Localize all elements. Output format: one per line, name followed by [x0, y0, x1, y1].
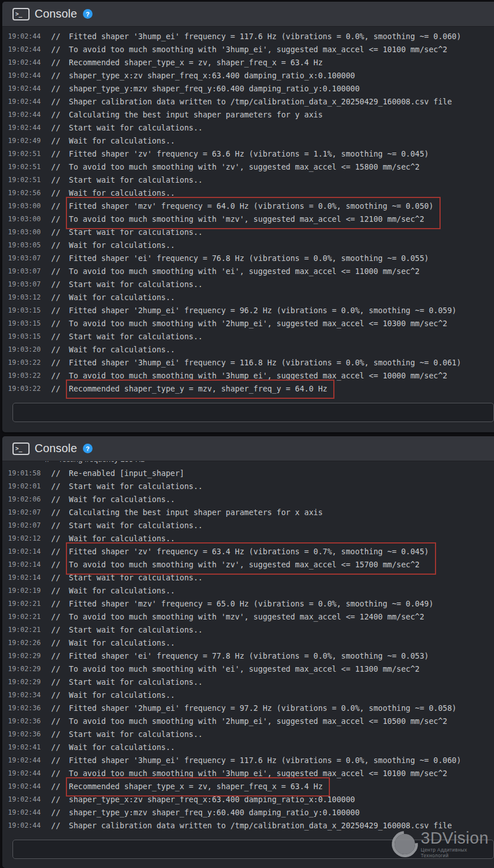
comment-prefix: //	[51, 702, 60, 715]
clipped-log-row: 19:01:57 // Testing frequency 133 Hz	[2, 461, 494, 466]
console-card-1: >_ Console ? 19:02:44//Fitted shaper '3h…	[2, 2, 494, 432]
log-message: To avoid too much smoothing with 'zv', s…	[69, 558, 420, 571]
log-message: Start wait for calculations..	[69, 121, 203, 134]
log-time: 19:02:29	[8, 676, 41, 689]
log-time: 19:02:51	[8, 174, 41, 187]
log-message: Recommended shaper_type_x = zv, shaper_f…	[69, 56, 323, 69]
log-time: 19:02:21	[8, 610, 41, 623]
console-title: Console	[35, 442, 77, 455]
log-time: 19:03:05	[8, 239, 41, 252]
comment-prefix: //	[51, 213, 60, 226]
log-message: Fitted shaper '3hump_ei' frequency = 117…	[69, 30, 461, 43]
comment-prefix: //	[51, 161, 60, 174]
comment-prefix: //	[51, 121, 60, 134]
log-message: Calculating the best input shaper parame…	[69, 506, 323, 519]
log-time: 19:03:22	[8, 382, 41, 395]
comment-prefix: //	[51, 728, 60, 741]
comment-prefix: //	[51, 545, 60, 558]
log-row: 19:02:56//Wait for calculations..	[8, 187, 494, 200]
log-time: 19:03:00	[8, 200, 41, 213]
comment-prefix: //	[51, 689, 60, 702]
log-time: 19:02:44	[8, 767, 41, 780]
comment-prefix: //	[51, 252, 60, 265]
comment-prefix: //	[51, 343, 60, 356]
log-row: 19:03:15//To avoid too much smoothing wi…	[8, 317, 494, 330]
log-message: Wait for calculations..	[69, 532, 175, 545]
log-row: 19:02:34//Wait for calculations..	[8, 689, 494, 702]
log-row: 19:02:14//Start wait for calculations..	[8, 571, 494, 584]
log-message: Fitted shaper '3hump_ei' frequency = 116…	[69, 356, 461, 369]
log-time: 19:02:36	[8, 715, 41, 728]
terminal-icon: >_	[12, 443, 30, 455]
comment-prefix: //	[51, 108, 60, 121]
log-message: Shaper calibration data written to /tmp/…	[69, 95, 452, 108]
log-time: 19:02:01	[8, 480, 41, 493]
comment-prefix: //	[51, 754, 60, 767]
log-row: 19:02:06//Wait for calculations..	[8, 493, 494, 506]
comment-prefix: //	[51, 637, 60, 650]
log-row: 19:02:44//Fitted shaper '3hump_ei' frequ…	[8, 754, 494, 767]
log-message: Start wait for calculations..	[69, 174, 203, 187]
log-message: Start wait for calculations..	[69, 330, 203, 343]
log-time: 19:03:22	[8, 356, 41, 369]
comment-prefix: //	[51, 650, 60, 663]
comment-prefix: //	[51, 571, 60, 584]
watermark-brand: 3DVision	[421, 829, 494, 846]
log-row: 19:02:26//Wait for calculations..	[8, 637, 494, 650]
comment-prefix: //	[51, 467, 60, 480]
help-icon[interactable]: ?	[83, 444, 93, 453]
console-log: 19:02:44//Fitted shaper '3hump_ei' frequ…	[2, 27, 494, 395]
log-row: 19:02:49//Wait for calculations..	[8, 134, 494, 148]
log-time: 19:03:07	[8, 252, 41, 265]
log-message: To avoid too much smoothing with 'zv', s…	[69, 161, 420, 174]
log-row: 19:03:00//Start wait for calculations..	[8, 226, 494, 239]
log-row: 19:03:15//Start wait for calculations..	[8, 330, 494, 343]
comment-prefix: //	[51, 506, 60, 519]
comment-prefix: //	[51, 519, 60, 532]
log-row: 19:02:29//Start wait for calculations..	[8, 676, 494, 689]
log-time: 19:03:07	[8, 278, 41, 291]
comment-prefix: //	[51, 317, 60, 330]
log-row: 19:02:51//To avoid too much smoothing wi…	[8, 161, 494, 174]
log-message: Wait for calculations..	[69, 637, 175, 650]
log-message: To avoid too much smoothing with '3hump_…	[69, 767, 447, 780]
console-header: >_ Console ?	[2, 2, 494, 27]
log-message: Wait for calculations..	[69, 741, 175, 754]
comment-prefix: //	[51, 226, 60, 239]
log-row: 19:02:36//Fitted shaper '2hump_ei' frequ…	[8, 702, 494, 715]
log-message: Wait for calculations..	[69, 689, 175, 702]
comment-prefix: //	[51, 239, 60, 252]
log-row: 19:02:01//Start wait for calculations..	[8, 480, 494, 493]
log-message: Wait for calculations..	[69, 134, 175, 148]
console-title: Console	[35, 7, 77, 20]
log-time: 19:02:44	[8, 56, 41, 69]
log-message: To avoid too much smoothing with '2hump_…	[69, 715, 447, 728]
comment-prefix: //	[51, 806, 60, 819]
log-time: 19:02:44	[8, 108, 41, 121]
log-row: 19:03:07//To avoid too much smoothing wi…	[8, 265, 494, 278]
comment-prefix: //	[51, 558, 60, 571]
log-row: 19:02:14//To avoid too much smoothing wi…	[8, 558, 494, 571]
help-icon[interactable]: ?	[83, 9, 93, 19]
console-log: 19:01:58//Re-enabled [input_shaper]19:02…	[2, 466, 494, 832]
comment-prefix: //	[51, 493, 60, 506]
comment-prefix: //	[51, 30, 60, 43]
log-message: To avoid too much smoothing with 'ei', s…	[69, 663, 420, 676]
log-message: Testing frequency 133 Hz	[58, 461, 145, 466]
console-command-input[interactable]	[12, 403, 494, 422]
comment-prefix: //	[51, 43, 60, 56]
log-time: 19:02:14	[8, 571, 41, 584]
comment-prefix: //	[51, 610, 60, 623]
log-row: 19:02:44//Shaper calibration data writte…	[8, 95, 494, 108]
log-time: 19:02:36	[8, 728, 41, 741]
log-time: 19:02:56	[8, 187, 41, 200]
log-row: 19:03:20//Wait for calculations..	[8, 343, 494, 356]
log-row: 19:01:58//Re-enabled [input_shaper]	[8, 467, 494, 480]
comment-prefix: //	[51, 148, 60, 161]
comment-prefix: //	[51, 134, 60, 148]
log-message: Start wait for calculations..	[69, 519, 203, 532]
console-card-2: >_ Console ? 19:01:57 // Testing frequen…	[2, 436, 494, 868]
watermark-logo: 3DVision Центр Аддитивных Технологий	[392, 829, 494, 858]
comment-prefix: //	[51, 819, 60, 832]
log-time: 19:02:36	[8, 702, 41, 715]
